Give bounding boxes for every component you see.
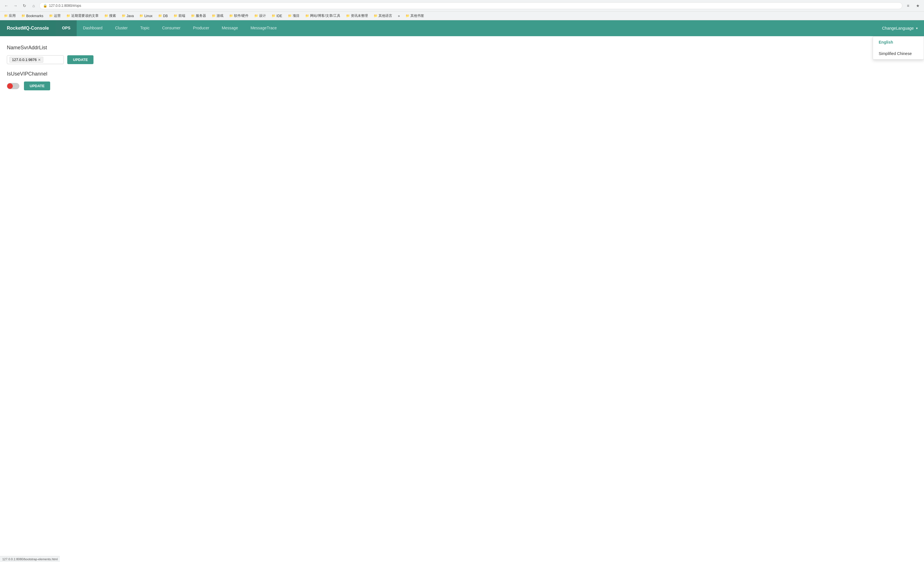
- name-svr-tag: 127.0.0.1:9876 ✕: [9, 57, 44, 63]
- vip-update-button[interactable]: UPDATE: [24, 81, 50, 90]
- menu-button[interactable]: ≡: [904, 2, 912, 10]
- tab-ops[interactable]: OPS: [56, 20, 77, 36]
- vip-controls: UPDATE: [7, 81, 917, 90]
- reload-button[interactable]: ↻: [21, 2, 28, 10]
- app-logo: RocketMQ-Console: [0, 20, 56, 36]
- browser-toolbar: ← → ↻ ⌂ 🔒 127.0.0.1:8080/#/ops ≡ ★: [0, 0, 924, 12]
- bookmark-frontend[interactable]: 📁 前端: [172, 13, 187, 19]
- bookmark-website[interactable]: 📁 网站/博客/文章/工具: [303, 13, 342, 19]
- back-button[interactable]: ←: [2, 2, 10, 10]
- lock-icon: 🔒: [43, 4, 47, 8]
- forward-button[interactable]: →: [11, 2, 20, 10]
- folder-icon: 📁: [191, 14, 195, 18]
- bookmark-articles[interactable]: 📁 近期需要读的文章: [65, 13, 100, 19]
- tab-producer[interactable]: Producer: [187, 20, 216, 36]
- name-svr-section-title: NameSvrAddrList: [7, 45, 917, 51]
- bookmark-star-button[interactable]: ★: [914, 2, 922, 10]
- language-dropdown: English Simplified Chinese: [873, 36, 924, 60]
- bookmark-search[interactable]: 📁 搜索: [103, 13, 118, 19]
- bookmark-project[interactable]: 📁 项目: [286, 13, 301, 19]
- tab-topic[interactable]: Topic: [134, 20, 156, 36]
- folder-icon: 📁: [212, 14, 216, 18]
- bookmark-software[interactable]: 📁 软件/硬件: [227, 13, 250, 19]
- main-content: NameSvrAddrList 127.0.0.1:9876 ✕ UPDATE …: [0, 36, 924, 99]
- name-svr-tag-input[interactable]: 127.0.0.1:9876 ✕: [7, 55, 64, 64]
- language-option-english[interactable]: English: [873, 36, 924, 48]
- folder-icon: 📁: [66, 14, 70, 18]
- folder-icon: 📁: [122, 14, 126, 18]
- bookmark-other[interactable]: 📁 其他书签: [404, 13, 426, 19]
- folder-icon: 📁: [374, 14, 378, 18]
- folder-icon: 📁: [140, 14, 143, 18]
- address-bar[interactable]: 🔒 127.0.0.1:8080/#/ops: [39, 2, 902, 9]
- language-option-simplified-chinese[interactable]: Simplified Chinese: [873, 48, 924, 59]
- folder-icon: 📁: [288, 14, 292, 18]
- name-svr-update-button[interactable]: UPDATE: [67, 55, 93, 64]
- nav-buttons: ← → ↻ ⌂: [2, 2, 38, 10]
- folder-icon: 📁: [158, 14, 162, 18]
- folder-icon: 📁: [4, 14, 8, 18]
- chevron-down-icon: ▼: [915, 27, 918, 30]
- tab-consumer[interactable]: Consumer: [156, 20, 187, 36]
- folder-icon: 📁: [406, 14, 410, 18]
- tag-close-icon[interactable]: ✕: [38, 58, 41, 62]
- home-button[interactable]: ⌂: [30, 2, 38, 10]
- folder-icon: 📁: [174, 14, 177, 18]
- bookmark-design[interactable]: 📁 设计: [252, 13, 268, 19]
- folder-icon: 📁: [104, 14, 108, 18]
- bookmark-java[interactable]: 📁 Java: [120, 13, 135, 18]
- name-svr-input-row: 127.0.0.1:9876 ✕ UPDATE: [7, 55, 917, 64]
- folder-icon: 📁: [21, 14, 26, 18]
- bookmark-ide[interactable]: 📁 IDE: [270, 13, 284, 18]
- vip-toggle[interactable]: [7, 83, 20, 89]
- bookmark-bookmarks[interactable]: 📁 Bookmarks: [20, 13, 45, 18]
- bookmark-db[interactable]: 📁 DB: [156, 13, 170, 18]
- change-language-button[interactable]: ChangeLanguage ▼ English Simplified Chin…: [876, 20, 924, 36]
- tab-dashboard[interactable]: Dashboard: [76, 20, 109, 36]
- bookmark-linux[interactable]: 📁 Linux: [138, 13, 154, 18]
- folder-icon: 📁: [254, 14, 258, 18]
- folder-icon: 📁: [49, 14, 53, 18]
- url-text: 127.0.0.1:8080/#/ops: [49, 4, 81, 8]
- bookmark-yunying[interactable]: 📁 运营: [47, 13, 62, 19]
- tab-message[interactable]: Message: [216, 20, 244, 36]
- bookmark-game[interactable]: 📁 游戏: [210, 13, 225, 19]
- bookmark-other-lang[interactable]: 📁 其他语言: [372, 13, 394, 19]
- nav-tabs: OPS Dashboard Cluster Topic Consumer Pro…: [56, 20, 876, 36]
- bookmark-news[interactable]: 📁 资讯未整理: [344, 13, 370, 19]
- tab-cluster[interactable]: Cluster: [109, 20, 134, 36]
- toggle-track[interactable]: [7, 83, 20, 89]
- folder-icon: 📁: [346, 14, 350, 18]
- bookmark-server[interactable]: 📁 服务器: [189, 13, 208, 19]
- bookmark-apps[interactable]: 📁 应用: [2, 13, 17, 19]
- bookmarks-bar: 📁 应用 📁 Bookmarks 📁 运营 📁 近期需要读的文章 📁 搜索 📁 …: [0, 12, 924, 20]
- vip-section: IsUseVIPChannel UPDATE: [7, 71, 917, 90]
- folder-icon: 📁: [272, 14, 276, 18]
- folder-icon: 📁: [305, 14, 309, 18]
- app-header: RocketMQ-Console OPS Dashboard Cluster T…: [0, 20, 924, 36]
- toggle-knob: [7, 83, 13, 89]
- folder-icon: 📁: [229, 14, 233, 18]
- vip-section-title: IsUseVIPChannel: [7, 71, 917, 77]
- browser-chrome: ← → ↻ ⌂ 🔒 127.0.0.1:8080/#/ops ≡ ★ 📁 应用 …: [0, 0, 924, 20]
- bookmark-more[interactable]: »: [396, 13, 402, 18]
- tab-messagetrace[interactable]: MessageTrace: [244, 20, 283, 36]
